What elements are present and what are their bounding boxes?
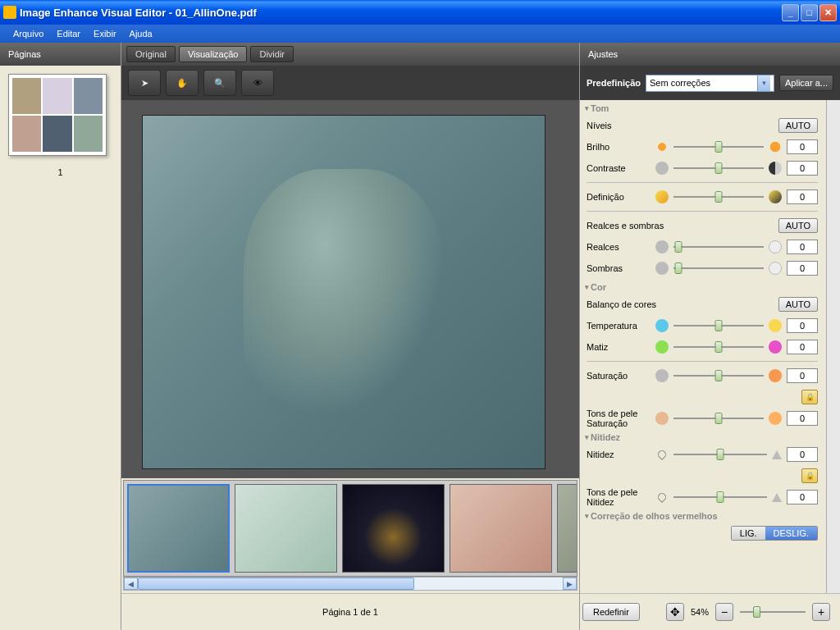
- page-thumbnail[interactable]: [8, 74, 107, 156]
- nitidez-lock-button[interactable]: 🔒: [801, 468, 818, 483]
- contraste-label: Contraste: [587, 163, 651, 173]
- magnifier-icon: 🔍: [214, 78, 226, 89]
- sombras-value[interactable]: 0: [787, 261, 818, 276]
- brightness-low-icon: [655, 140, 669, 153]
- adjustments-header: Ajustes: [580, 43, 840, 66]
- hand-tool[interactable]: ✋: [166, 70, 199, 96]
- zoom-in-button[interactable]: +: [812, 603, 830, 621]
- section-redeye[interactable]: Correção de olhos vermelhos: [580, 508, 824, 523]
- temp-cold-icon: [655, 319, 669, 332]
- sombras-label: Sombras: [587, 263, 651, 273]
- apply-button[interactable]: Aplicar a...: [779, 75, 833, 91]
- temperatura-slider[interactable]: [673, 319, 764, 332]
- panel-scrollbar[interactable]: [826, 100, 840, 593]
- tab-original[interactable]: Original: [126, 46, 176, 62]
- balanco-auto-button[interactable]: AUTO: [778, 297, 818, 312]
- matiz-value[interactable]: 0: [787, 340, 818, 354]
- temperatura-label: Temperatura: [587, 321, 651, 331]
- contraste-value[interactable]: 0: [787, 161, 818, 176]
- filmstrip-thumb[interactable]: [235, 484, 337, 573]
- skin-sharp-low-icon: [656, 491, 668, 503]
- close-button[interactable]: ✕: [819, 4, 837, 21]
- preset-dropdown[interactable]: Sem correções ▼: [646, 75, 774, 92]
- contrast-high-icon: [769, 162, 782, 175]
- sat-high-icon: [769, 369, 782, 382]
- menu-exibir[interactable]: Exibir: [87, 27, 123, 40]
- matiz-slider[interactable]: [673, 340, 764, 354]
- contraste-slider[interactable]: [673, 162, 764, 175]
- hand-icon: ✋: [176, 78, 188, 89]
- zoom-tool[interactable]: 🔍: [203, 70, 236, 96]
- main-image[interactable]: [142, 115, 546, 469]
- sharp-high-icon: [772, 450, 782, 459]
- sombras-slider[interactable]: [673, 262, 764, 275]
- niveis-label: Níveis: [587, 121, 651, 130]
- page-info: Página 1 de 1: [131, 607, 569, 617]
- menu-editar[interactable]: Editar: [50, 27, 87, 40]
- tonspele-nit-value[interactable]: 0: [787, 490, 818, 504]
- definicao-value[interactable]: 0: [787, 189, 818, 204]
- minimize-button[interactable]: _: [782, 4, 799, 21]
- adjustments-panel: Ajustes Predefinição Sem correções ▼ Apl…: [579, 43, 840, 630]
- saturacao-slider[interactable]: [673, 369, 764, 382]
- redefine-button[interactable]: Redefinir: [582, 603, 640, 621]
- menu-ajuda[interactable]: Ajuda: [123, 27, 159, 40]
- nitidez-value[interactable]: 0: [787, 447, 818, 462]
- zoom-out-button[interactable]: −: [715, 603, 733, 621]
- saturacao-lock-button[interactable]: 🔒: [801, 390, 818, 404]
- redeye-on-button[interactable]: LIG.: [732, 527, 765, 540]
- skin-high-icon: [769, 412, 782, 425]
- nitidez-slider[interactable]: [673, 448, 767, 461]
- menubar: Arquivo Editar Exibir Ajuda: [0, 25, 840, 43]
- temperatura-value[interactable]: 0: [787, 318, 818, 333]
- filmstrip-thumb[interactable]: [450, 484, 552, 573]
- preset-label: Predefinição: [587, 78, 641, 88]
- sat-low-icon: [655, 369, 669, 382]
- realces-sombras-label: Realces e sombras: [587, 221, 685, 231]
- filmstrip-thumb[interactable]: [127, 484, 230, 573]
- saturacao-label: Saturação: [587, 371, 651, 381]
- brilho-value[interactable]: 0: [787, 139, 818, 154]
- tint-green-icon: [655, 340, 669, 354]
- center-area: Original Visualização Dividir ➤ ✋ 🔍 👁 ◀: [121, 43, 579, 630]
- tonspele-nit-label: Tons de pele Nitidez: [587, 487, 651, 507]
- chevron-down-icon: ▼: [757, 75, 770, 91]
- fit-button[interactable]: ✥: [666, 603, 684, 621]
- realces-auto-button[interactable]: AUTO: [778, 218, 818, 233]
- definicao-slider[interactable]: [673, 190, 764, 203]
- pointer-tool[interactable]: ➤: [128, 70, 161, 96]
- definition-low-icon: [655, 190, 669, 203]
- shadows-high-icon: [769, 262, 782, 275]
- adjustments-body: Tom Níveis AUTO Brilho 0 Contraste 0: [580, 100, 826, 593]
- highlights-low-icon: [655, 240, 669, 253]
- view-tabs: Original Visualização Dividir: [121, 43, 579, 66]
- scroll-right-button[interactable]: ▶: [563, 578, 577, 590]
- realces-value[interactable]: 0: [787, 240, 818, 254]
- realces-slider[interactable]: [673, 240, 764, 253]
- tab-visualizacao[interactable]: Visualização: [179, 46, 248, 62]
- filmstrip-thumb[interactable]: [557, 484, 578, 573]
- menu-arquivo[interactable]: Arquivo: [7, 27, 50, 40]
- redeye-off-button[interactable]: DESLIG.: [765, 527, 817, 540]
- scroll-left-button[interactable]: ◀: [124, 578, 138, 590]
- tab-dividir[interactable]: Dividir: [250, 46, 294, 62]
- tonspele-sat-slider[interactable]: [673, 412, 764, 425]
- scroll-thumb[interactable]: [138, 578, 414, 590]
- section-nitidez[interactable]: Nitidez: [580, 429, 824, 444]
- section-cor[interactable]: Cor: [580, 279, 824, 294]
- matiz-label: Matiz: [587, 342, 651, 352]
- brilho-slider[interactable]: [673, 140, 764, 153]
- section-tom[interactable]: Tom: [580, 100, 824, 115]
- filmstrip-thumb[interactable]: [342, 484, 445, 573]
- saturacao-value[interactable]: 0: [787, 368, 818, 383]
- niveis-auto-button[interactable]: AUTO: [778, 118, 818, 133]
- maximize-button[interactable]: □: [801, 4, 818, 21]
- tonspele-sat-value[interactable]: 0: [787, 411, 818, 426]
- titlebar: Image Enhance Visual Editor - 01_AllinOn…: [0, 0, 840, 25]
- filmstrip-scrollbar[interactable]: ◀ ▶: [123, 577, 578, 591]
- nitidez-label: Nitidez: [587, 450, 651, 459]
- sharp-low-icon: [656, 449, 668, 460]
- eye-tool[interactable]: 👁: [241, 70, 274, 96]
- zoom-slider[interactable]: [740, 605, 806, 619]
- tonspele-nit-slider[interactable]: [673, 491, 767, 504]
